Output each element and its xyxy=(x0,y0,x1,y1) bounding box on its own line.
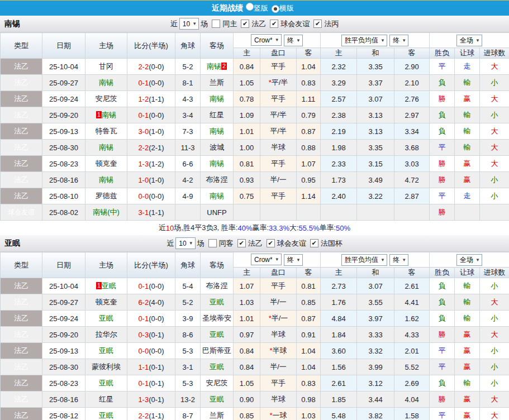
home-odds-cell: 1.09 xyxy=(234,107,260,123)
team-label: 红星 xyxy=(99,395,113,403)
fulltime-score: 0-1 xyxy=(138,111,149,120)
team-label: 布洛涅 xyxy=(206,281,228,290)
fulltime-select[interactable]: 全场▼ xyxy=(456,35,482,46)
home-team-cell: 亚眠 xyxy=(85,343,127,359)
handicap-label: 半/一 xyxy=(270,298,287,306)
goals-result-cell: 小 xyxy=(480,278,509,294)
match-count-select[interactable]: 10▼ xyxy=(175,237,195,249)
filter-checkbox-label: 法丙 xyxy=(324,19,339,29)
result-label: 小 xyxy=(491,192,498,200)
home-odds-cell: 0.84 xyxy=(234,59,260,75)
filter-checkbox-法乙[interactable]: ✔ xyxy=(237,239,246,247)
filter-near-label: 近 xyxy=(167,238,174,249)
away-odds-cell: 0.85 xyxy=(297,294,321,311)
filter-checkbox-法丙[interactable]: ✔ xyxy=(313,20,322,28)
halftime-score: (0-1) xyxy=(149,395,164,404)
bookmaker-select-arrow-icon: ▼ xyxy=(275,257,279,262)
halftime-score: (0-0) xyxy=(149,192,164,201)
odds-final-select[interactable]: 终▼ xyxy=(284,254,303,266)
date-cell: 25-08-16 xyxy=(42,172,85,188)
home-team-cell: 红星 xyxy=(85,392,127,408)
layout-radio-label[interactable]: 竖版 xyxy=(254,4,268,12)
home-odds-cell: 1.05 xyxy=(234,375,260,392)
filter-checkbox-label: 法乙 xyxy=(251,19,266,29)
match-count-select[interactable]: 10▼ xyxy=(179,18,199,30)
team-label: 南锡 xyxy=(210,159,224,168)
handicap-result-cell: 輸 xyxy=(455,278,480,294)
bookmaker-select[interactable]: Crow*▼ xyxy=(251,254,282,265)
avg-away-cell: 2.01 xyxy=(394,343,430,359)
halftime-score: (4-0) xyxy=(149,298,164,307)
avg-type-select[interactable]: 胜平负均值▼ xyxy=(341,254,387,266)
summary-segment: 10 xyxy=(166,224,174,232)
date-cell: 25-09-20 xyxy=(42,107,85,123)
summary-segment: 赢率: xyxy=(252,223,269,233)
halftime-score: (0-1) xyxy=(149,331,164,339)
handicap-result-cell: 輸 xyxy=(455,75,480,91)
match-type-cell: 法乙 xyxy=(1,311,42,327)
result-label: 大 xyxy=(491,94,498,103)
away-team-cell: 兰斯 xyxy=(201,408,234,420)
corners-cell: 5-3 xyxy=(175,375,201,392)
result-label: 負 xyxy=(439,298,446,306)
fulltime-select[interactable]: 全场▼ xyxy=(456,254,482,266)
team-label: 南锡 xyxy=(210,127,224,135)
handicap-result-cell: 輸 xyxy=(455,123,480,140)
goals-result-cell: 小 xyxy=(480,188,509,204)
home-team-cell: 拉华尔 xyxy=(85,327,127,343)
halftime-score: (1-0) xyxy=(149,127,164,136)
team-label: 亚眠 xyxy=(210,298,224,306)
avg-final-select[interactable]: 终▼ xyxy=(389,254,408,266)
bookmaker-select[interactable]: Crow*▼ xyxy=(251,34,282,46)
odds-final-select[interactable]: 终▼ xyxy=(284,35,303,46)
home-team-cell: 南锡(中) xyxy=(85,204,127,221)
halftime-score: (0-0) xyxy=(149,347,164,355)
score-cell: 2-2(1-1) xyxy=(127,408,175,420)
filter-games-label: 场 xyxy=(197,238,204,249)
filter-checkbox-法乙[interactable]: ✔ xyxy=(241,20,249,28)
result-cell: 負 xyxy=(430,311,455,327)
layout-radio-horizontal[interactable] xyxy=(272,5,279,13)
score-cell: 0-1(0-0) xyxy=(127,107,175,123)
avg-type-select[interactable]: 胜平负均值▼ xyxy=(341,35,387,46)
team-label: 亚眠 xyxy=(99,346,113,355)
layout-radio-vertical[interactable] xyxy=(246,3,254,11)
halftime-score: (1-1) xyxy=(149,412,164,420)
odds-final-select-arrow-icon: ▼ xyxy=(296,257,301,262)
team-label: 南锡 xyxy=(99,78,113,87)
summary-segment: 40% xyxy=(237,224,252,232)
odds-select-group: Crow*▼ 终▼ xyxy=(234,33,321,48)
avg-away-cell: 2.10 xyxy=(394,75,430,91)
avg-away-cell: 2.87 xyxy=(394,188,430,204)
odds-select-group: Crow*▼ 终▼ xyxy=(234,252,321,268)
column-header-1: 日期 xyxy=(42,252,85,278)
home-odds-cell: 1.00 xyxy=(234,140,260,156)
avg-away-cell: 4.33 xyxy=(394,327,430,343)
corners-cell: 4-9 xyxy=(175,188,201,204)
result-label: 勝 xyxy=(439,94,446,103)
halftime-score: (2-1) xyxy=(149,144,164,152)
filter-checkbox-法国杯[interactable]: ✔ xyxy=(310,239,318,247)
result-label: 勝 xyxy=(439,208,446,216)
halftime-score: (1-1) xyxy=(149,95,164,103)
filter-checkbox-球会友谊[interactable]: ✔ xyxy=(267,239,275,247)
page-title: 近期战绩 xyxy=(212,3,243,13)
summary-segment: 场,胜4平3负3, 胜率: xyxy=(174,223,237,233)
layout-radio-label[interactable]: 横版 xyxy=(279,4,294,12)
handicap-cell xyxy=(260,204,297,221)
filter-checkbox-同客[interactable] xyxy=(208,239,217,247)
filter-checkbox-球会友谊[interactable]: ✔ xyxy=(270,20,278,28)
result-select-group: 全场▼ xyxy=(430,252,509,268)
fulltime-select-value: 全场 xyxy=(460,36,473,45)
halftime-score: (0-0) xyxy=(149,111,164,120)
avg-final-select[interactable]: 终▼ xyxy=(389,35,408,46)
filter-checkbox-同主[interactable] xyxy=(212,20,220,28)
home-odds-cell: 0.85 xyxy=(234,408,260,420)
summary-segment: 近 xyxy=(159,223,166,233)
avg-home-cell: 2.32 xyxy=(321,59,357,75)
column-header-2: 主场 xyxy=(85,252,127,278)
home-team-cell: 亚眠 xyxy=(85,408,127,420)
handicap-label: 半/一 xyxy=(270,362,287,371)
result-label: 赢 xyxy=(464,362,471,371)
halftime-score: (0-0) xyxy=(149,282,164,290)
